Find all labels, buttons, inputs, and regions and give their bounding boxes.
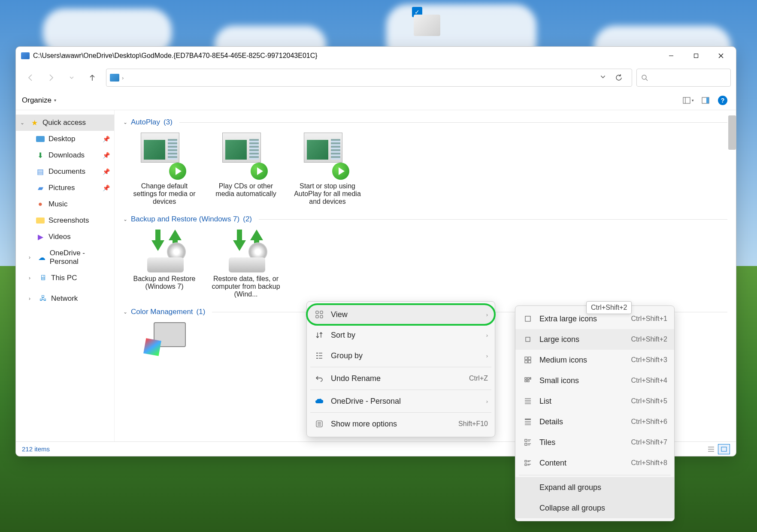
chevron-right-icon: › — [29, 296, 35, 302]
menu-item-sortby[interactable]: Sort by › — [307, 325, 495, 345]
svg-rect-31 — [528, 357, 531, 360]
svg-rect-37 — [525, 380, 527, 382]
pin-icon: 📌 — [103, 152, 110, 159]
svg-rect-56 — [525, 464, 527, 466]
svg-rect-30 — [525, 357, 527, 360]
minimize-button[interactable] — [659, 48, 684, 64]
svg-rect-53 — [525, 460, 527, 462]
submenu-small-icons[interactable]: Small icons Ctrl+Shift+4 — [515, 370, 674, 391]
sidebar-item-desktop[interactable]: Desktop 📌 — [16, 131, 114, 147]
downloads-icon: ⬇ — [36, 151, 45, 160]
details-view-button[interactable] — [705, 444, 717, 454]
sidebar-item-downloads[interactable]: ⬇ Downloads 📌 — [16, 147, 114, 163]
group-header-autoplay[interactable]: ⌄ AutoPlay (3) — [123, 115, 727, 129]
menu-item-undo[interactable]: Undo Rename Ctrl+Z — [307, 368, 495, 389]
submenu-large-icons[interactable]: Large icons Ctrl+Shift+2 — [515, 329, 674, 350]
sidebar-item-music[interactable]: ● Music — [16, 196, 114, 212]
sidebar-item-pictures[interactable]: ▰ Pictures 📌 — [16, 180, 114, 196]
navigation-pane: ⌄ ★ Quick access Desktop 📌 ⬇ Downloads 📌… — [16, 110, 115, 441]
help-icon: ? — [718, 96, 727, 105]
documents-icon: ▤ — [36, 167, 45, 176]
organize-menu[interactable]: Organize ▾ — [22, 96, 56, 105]
sicons-icon — [523, 377, 533, 384]
recent-dropdown[interactable] — [62, 69, 81, 86]
submenu-tiles[interactable]: Tiles Ctrl+Shift+7 — [515, 432, 674, 453]
licons-icon — [523, 336, 533, 343]
svg-rect-9 — [706, 97, 709, 103]
sidebar-item-screenshots[interactable]: Screenshots — [16, 212, 114, 229]
address-dropdown[interactable] — [597, 74, 609, 82]
search-box[interactable] — [636, 69, 731, 87]
scrollbar[interactable] — [728, 115, 736, 150]
backup-icon — [224, 230, 267, 272]
xlicons-icon — [523, 315, 533, 323]
desktop-icon-godmode[interactable]: ✓ — [412, 7, 442, 37]
preview-pane-button[interactable] — [698, 94, 713, 107]
chevron-down-icon: ⌄ — [123, 119, 127, 125]
location-icon — [110, 74, 119, 82]
group-header-backup[interactable]: ⌄ Backup and Restore (Windows 7) (2) — [123, 212, 727, 226]
submenu-details[interactable]: Details Ctrl+Shift+6 — [515, 411, 674, 432]
address-bar[interactable]: › — [106, 69, 632, 87]
chevron-right-icon: › — [29, 275, 35, 281]
large-icons-view-button[interactable] — [718, 444, 730, 454]
submenu-list[interactable]: List Ctrl+Shift+5 — [515, 391, 674, 411]
play-icon — [251, 163, 268, 180]
item-play-cds[interactable]: Play CDs or other media automatically — [212, 133, 280, 206]
backup-icon — [143, 230, 186, 272]
micons-icon — [523, 356, 533, 364]
item-start-stop-autoplay[interactable]: Start or stop using AutoPlay for all med… — [293, 133, 362, 206]
chevron-down-icon: ⌄ — [123, 309, 127, 315]
submenu-expand-all[interactable]: Expand all groups — [515, 477, 674, 498]
layout-button[interactable]: ▾ — [681, 94, 696, 107]
controlpanel-icon — [414, 15, 440, 36]
content-icon — [523, 459, 533, 467]
list-icon — [523, 397, 533, 405]
folder-icon — [36, 216, 45, 225]
sidebar-item-onedrive[interactable]: › ☁ OneDrive - Personal — [16, 249, 114, 266]
forward-button[interactable] — [42, 69, 61, 86]
refresh-button[interactable] — [609, 69, 628, 86]
menu-item-groupby[interactable]: Group by › — [307, 345, 495, 366]
sidebar-quick-access[interactable]: ⌄ ★ Quick access — [16, 115, 114, 131]
menu-item-view[interactable]: View › — [307, 304, 495, 325]
svg-rect-50 — [525, 443, 527, 445]
titlebar[interactable]: C:\Users\awawr\OneDrive\Desktop\GodMode.… — [16, 47, 736, 65]
quick-access-label: Quick access — [42, 118, 86, 127]
menu-separator — [310, 390, 491, 390]
item-change-default-settings[interactable]: Change default settings for media or dev… — [130, 133, 199, 206]
navigation-bar: › — [16, 65, 736, 91]
play-icon — [169, 163, 186, 180]
sidebar-item-documents[interactable]: ▤ Documents 📌 — [16, 163, 114, 180]
colormgmt-icon — [143, 322, 186, 357]
submenu-collapse-all[interactable]: Collapse all groups — [515, 498, 674, 518]
chevron-right-icon: › — [486, 311, 488, 318]
sidebar-item-videos[interactable]: ▶ Videos — [16, 229, 114, 245]
up-button[interactable] — [83, 69, 102, 86]
svg-rect-35 — [527, 378, 529, 379]
menu-item-showmore[interactable]: Show more options Shift+F10 — [307, 414, 495, 434]
maximize-button[interactable] — [684, 48, 709, 64]
pictures-icon: ▰ — [36, 184, 45, 192]
svg-rect-28 — [525, 316, 530, 321]
help-button[interactable]: ? — [715, 94, 730, 107]
svg-rect-17 — [320, 315, 323, 318]
window-title: C:\Users\awawr\OneDrive\Desktop\GodMode.… — [33, 52, 659, 60]
submenu-medium-icons[interactable]: Medium icons Ctrl+Shift+3 — [515, 350, 674, 370]
back-button[interactable] — [21, 69, 40, 86]
autoplay-icon — [222, 133, 261, 163]
item-color-management[interactable] — [130, 322, 199, 357]
menu-item-onedrive[interactable]: OneDrive - Personal › — [307, 391, 495, 411]
chevron-right-icon: › — [29, 254, 34, 260]
sidebar-item-thispc[interactable]: › 🖥 This PC — [16, 270, 114, 286]
item-restore-data[interactable]: Restore data, files, or computer from ba… — [212, 230, 280, 298]
sidebar-item-network[interactable]: › 🖧 Network — [16, 290, 114, 307]
close-button[interactable] — [709, 48, 733, 64]
chevron-down-icon: ▾ — [54, 98, 56, 103]
tiles-icon — [523, 438, 533, 446]
pin-icon: 📌 — [103, 168, 110, 175]
network-icon: 🖧 — [38, 294, 48, 303]
view-icon — [315, 311, 324, 318]
item-backup-restore[interactable]: Backup and Restore (Windows 7) — [130, 230, 199, 298]
submenu-content[interactable]: Content Ctrl+Shift+8 — [515, 453, 674, 473]
